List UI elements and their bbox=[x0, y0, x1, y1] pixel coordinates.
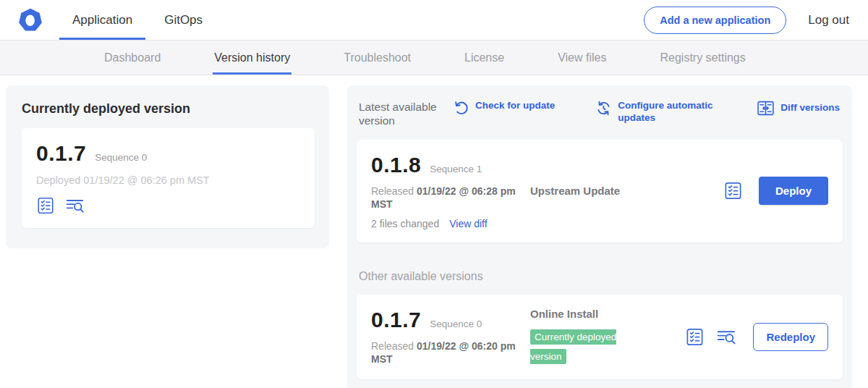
tab-version-history[interactable]: Version history bbox=[213, 41, 292, 75]
deployed-sequence-label: Sequence 0 bbox=[95, 152, 147, 163]
view-diff-link[interactable]: View diff bbox=[449, 218, 487, 229]
latest-source-label: Upstream Update bbox=[530, 185, 723, 197]
diff-versions-label: Diff versions bbox=[780, 102, 840, 114]
app-logo[interactable] bbox=[0, 0, 59, 40]
currently-deployed-card: 0.1.7 Sequence 0 Deployed 01/19/22 @ 06:… bbox=[22, 128, 315, 228]
currently-deployed-badge-wrap: Currently deployed version bbox=[530, 327, 640, 366]
available-versions-panel: Latest available version Check for updat… bbox=[347, 85, 852, 388]
tab-dashboard-label: Dashboard bbox=[104, 51, 161, 64]
configure-automatic-updates-link[interactable]: Configure automatic updates bbox=[595, 100, 726, 125]
tab-application[interactable]: Application bbox=[59, 0, 145, 40]
tab-dashboard[interactable]: Dashboard bbox=[103, 41, 162, 75]
currently-deployed-badge: Currently deployed version bbox=[530, 329, 616, 363]
tab-troubleshoot[interactable]: Troubleshoot bbox=[342, 41, 412, 75]
configure-automatic-updates-label: Configure automatic updates bbox=[618, 100, 726, 125]
tab-view-files[interactable]: View files bbox=[556, 41, 608, 75]
tab-gitops[interactable]: GitOps bbox=[151, 0, 216, 40]
tab-registry-settings[interactable]: Registry settings bbox=[658, 41, 746, 75]
deploy-logs-icon[interactable] bbox=[65, 196, 85, 215]
files-changed-label: 2 files changed bbox=[371, 218, 439, 229]
other-version-number: 0.1.7 bbox=[371, 308, 421, 332]
other-sequence-label: Sequence 0 bbox=[430, 319, 482, 329]
latest-sequence-label: Sequence 1 bbox=[430, 164, 482, 174]
tab-view-files-label: View files bbox=[558, 51, 606, 64]
tab-version-history-label: Version history bbox=[214, 51, 290, 64]
top-nav-right: Add a new application Log out bbox=[644, 0, 868, 40]
preflight-checks-icon[interactable] bbox=[723, 181, 743, 201]
add-new-application-button[interactable]: Add a new application bbox=[644, 7, 786, 34]
top-nav: Application GitOps Add a new application… bbox=[0, 0, 868, 41]
latest-version-number: 0.1.8 bbox=[371, 153, 421, 177]
tab-license[interactable]: License bbox=[463, 41, 506, 75]
main-content: Currently deployed version 0.1.7 Sequenc… bbox=[0, 75, 868, 388]
tab-application-label: Application bbox=[72, 13, 132, 28]
deployed-date: Deployed 01/19/22 @ 06:26 pm MST bbox=[36, 174, 300, 186]
tab-troubleshoot-label: Troubleshoot bbox=[344, 51, 411, 64]
other-available-versions-title: Other available versions bbox=[359, 270, 843, 283]
refresh-icon bbox=[453, 100, 469, 117]
auto-update-icon bbox=[595, 100, 612, 117]
latest-available-version-title: Latest available version bbox=[359, 100, 453, 128]
tab-registry-settings-label: Registry settings bbox=[660, 51, 745, 64]
other-source-label: Online Install bbox=[530, 308, 685, 320]
other-released-date: Released 01/19/22 @ 06:20 pm MST bbox=[371, 340, 519, 366]
check-for-update-link[interactable]: Check for update bbox=[453, 100, 555, 117]
currently-deployed-panel: Currently deployed version 0.1.7 Sequenc… bbox=[6, 85, 329, 248]
preflight-checks-icon[interactable] bbox=[36, 196, 55, 215]
tab-license-label: License bbox=[464, 51, 504, 64]
latest-released-date: Released 01/19/22 @ 06:28 pm MST bbox=[371, 185, 519, 211]
deploy-logs-icon[interactable] bbox=[716, 327, 737, 347]
diff-icon bbox=[757, 100, 775, 117]
latest-version-header: Latest available version Check for updat… bbox=[357, 100, 843, 128]
logout-button[interactable]: Log out bbox=[808, 13, 849, 28]
currently-deployed-title: Currently deployed version bbox=[22, 101, 315, 117]
app-sub-nav: Dashboard Version history Troubleshoot L… bbox=[0, 41, 868, 75]
top-nav-tabs: Application GitOps bbox=[59, 0, 216, 40]
deploy-button[interactable]: Deploy bbox=[759, 177, 828, 205]
redeploy-button[interactable]: Redeploy bbox=[753, 323, 828, 351]
tab-gitops-label: GitOps bbox=[164, 13, 203, 28]
deployed-version-number: 0.1.7 bbox=[36, 141, 86, 166]
version-card-0-1-8: 0.1.8 Sequence 1 Released 01/19/22 @ 06:… bbox=[357, 140, 843, 242]
version-card-0-1-7: 0.1.7 Sequence 0 Released 01/19/22 @ 06:… bbox=[357, 295, 843, 379]
diff-versions-link[interactable]: Diff versions bbox=[757, 100, 840, 117]
check-for-update-label: Check for update bbox=[475, 100, 555, 112]
preflight-checks-icon[interactable] bbox=[685, 327, 705, 347]
kots-logo-icon bbox=[17, 7, 43, 33]
